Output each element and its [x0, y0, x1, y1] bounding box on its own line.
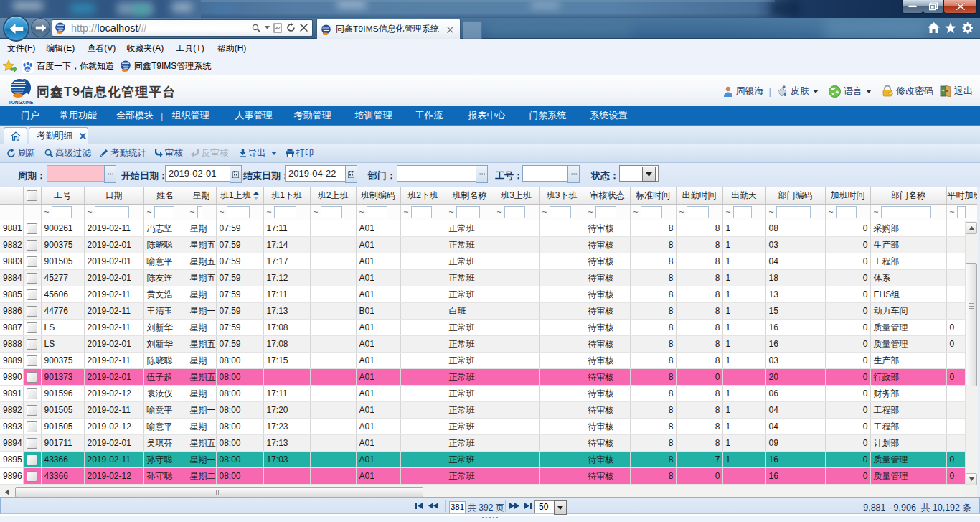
svg-text:du: du [25, 67, 30, 71]
svg-text:TONGXINE: TONGXINE [9, 100, 34, 105]
